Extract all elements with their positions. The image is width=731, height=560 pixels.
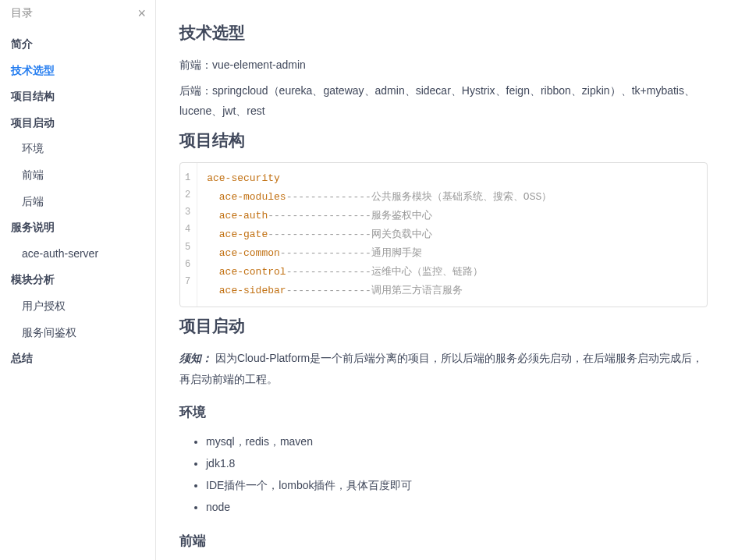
code-line: ace-gate-----------------网关负载中心 [207, 225, 697, 244]
toc-item[interactable]: 前端 [0, 162, 155, 189]
code-token: ace-sidebar [219, 285, 286, 296]
code-line: ace-security [207, 169, 697, 188]
code-token: ace-modules [219, 191, 286, 203]
toc-item[interactable]: 简介 [0, 31, 155, 58]
line-number: 5 [185, 239, 190, 256]
code-line: ace-control--------------运维中心（监控、链路） [207, 263, 697, 282]
code-comment: --------------调用第三方语言服务 [286, 285, 463, 296]
code-line: ace-sidebar--------------调用第三方语言服务 [207, 282, 697, 300]
code-block-structure: 1234567 ace-security ace-modules--------… [179, 162, 708, 307]
toc-item[interactable]: 项目启动 [0, 110, 155, 136]
code-line: ace-modules--------------公共服务模块（基础系统、搜索、… [207, 188, 697, 207]
toc-title: 目录 [11, 6, 33, 20]
article-content[interactable]: 技术选型 前端：vue-element-admin 后端：springcloud… [156, 0, 731, 560]
list-item: mysql，redis，maven [206, 431, 708, 452]
line-number: 3 [185, 204, 190, 221]
code-line-numbers: 1234567 [180, 163, 197, 307]
line-number: 6 [185, 256, 190, 273]
toc-item[interactable]: 环境 [0, 136, 155, 162]
list-item: IDE插件一个，lombok插件，具体百度即可 [206, 474, 708, 496]
heading-tech: 技术选型 [179, 22, 708, 44]
code-token: ace-security [207, 172, 280, 184]
code-comment: -----------------网关负载中心 [268, 229, 432, 240]
code-content: ace-security ace-modules--------------公共… [197, 163, 707, 307]
code-line: ace-common---------------通用脚手架 [207, 244, 697, 263]
toc-item[interactable]: ace-auth-server [0, 241, 155, 268]
toc-list: 简介技术选型项目结构项目启动环境前端后端服务说明ace-auth-server模… [0, 27, 155, 388]
code-token: ace-control [219, 266, 286, 278]
code-token: ace-common [219, 247, 280, 259]
code-line: ace-auth-----------------服务鉴权中心 [207, 207, 697, 225]
toc-sidebar: 目录 × 简介技术选型项目结构项目启动环境前端后端服务说明ace-auth-se… [0, 0, 156, 560]
toc-item[interactable]: 技术选型 [0, 58, 155, 84]
toc-item[interactable]: 项目结构 [0, 83, 155, 110]
line-number: 4 [185, 221, 190, 238]
heading-env: 环境 [179, 403, 708, 421]
toc-item[interactable]: 服务间鉴权 [0, 320, 155, 346]
heading-structure: 项目结构 [179, 129, 708, 151]
code-comment: --------------公共服务模块（基础系统、搜索、OSS） [286, 191, 552, 203]
code-comment: ---------------通用脚手架 [280, 247, 422, 259]
toc-item[interactable]: 后端 [0, 189, 155, 215]
heading-frontend: 前端 [179, 532, 708, 550]
notice-paragraph: 须知： 因为Cloud-Platform是一个前后端分离的项目，所以后端的服务必… [179, 348, 708, 389]
line-number: 7 [185, 273, 190, 290]
list-item: jdk1.8 [206, 452, 708, 474]
toc-item[interactable]: 服务说明 [0, 214, 155, 241]
line-number: 1 [185, 169, 190, 186]
code-token: ace-gate [219, 229, 268, 240]
code-comment: -----------------服务鉴权中心 [268, 210, 432, 222]
toc-item[interactable]: 用户授权 [0, 293, 155, 320]
text-backend: 后端：springcloud（eureka、gateway、admin、side… [179, 80, 708, 122]
close-icon[interactable]: × [137, 6, 146, 20]
list-item: node [206, 496, 708, 518]
code-token: ace-auth [219, 210, 268, 222]
toc-item[interactable]: 模块分析 [0, 267, 155, 293]
line-number: 2 [185, 186, 190, 204]
notice-text: 因为Cloud-Platform是一个前后端分离的项目，所以后端的服务必须先启动… [179, 352, 703, 385]
code-comment: --------------运维中心（监控、链路） [286, 266, 483, 278]
text-frontend: 前端：vue-element-admin [179, 55, 708, 76]
notice-label: 须知： [179, 352, 212, 364]
toc-header: 目录 × [0, 0, 155, 27]
env-list: mysql，redis，mavenjdk1.8IDE插件一个，lombok插件，… [179, 431, 708, 518]
heading-start: 项目启动 [179, 315, 708, 337]
toc-item[interactable]: 总结 [0, 346, 155, 372]
